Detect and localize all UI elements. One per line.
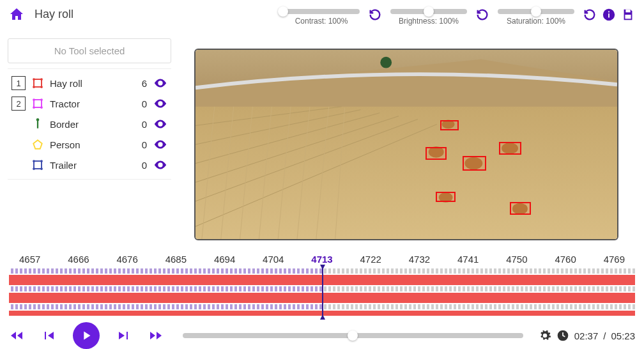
page-title: Hay roll [34,8,73,21]
gear-icon[interactable] [539,329,551,342]
frame-tick[interactable]: 4657 [19,254,40,265]
frame-tick[interactable]: 4750 [506,254,527,265]
svg-point-11 [33,98,35,101]
frame-tick[interactable]: 4694 [214,254,235,265]
svg-point-7 [40,78,43,81]
class-row[interactable]: Border0 [8,114,171,134]
frame-tick[interactable]: 4713 [311,254,332,265]
visibility-icon[interactable] [153,117,167,131]
class-name: Trailer [50,160,125,171]
class-list: 1Hay roll62Tractor0Border0Person0Trailer… [8,68,171,180]
top-bar: Hay roll Contrast: 100% Brightness: 100%… [0,0,644,31]
class-hotkey: 1 [12,76,26,90]
home-icon[interactable] [9,6,24,22]
info-icon[interactable] [602,8,616,22]
annotation-box[interactable] [510,202,531,215]
rewind-button[interactable] [9,328,24,343]
saturation-label: Saturation: 100% [507,17,565,26]
reset-saturation-icon[interactable] [583,8,597,22]
svg-rect-25 [195,107,617,239]
no-tool-selected: No Tool selected [8,38,171,63]
class-hotkey [12,117,26,131]
class-count: 0 [132,119,147,130]
annotation-box[interactable] [499,142,521,155]
svg-rect-3 [625,10,630,13]
field-image [195,50,617,239]
reset-contrast-icon[interactable] [368,8,382,22]
class-row[interactable]: Trailer0 [8,155,171,175]
canvas-wrap [179,31,644,249]
class-name: Border [50,119,125,130]
svg-rect-4 [625,15,631,19]
rect-icon [32,98,43,109]
current-time: 02:37 [574,330,599,341]
app-root: Hay roll Contrast: 100% Brightness: 100%… [0,0,644,349]
total-time: 05:23 [611,330,635,341]
visibility-icon[interactable] [153,97,167,111]
annotation-box[interactable] [463,156,486,171]
annotation-box[interactable] [436,192,456,202]
class-row[interactable]: Person0 [8,134,171,155]
annotation-box[interactable] [425,147,447,160]
frame-tick[interactable]: 4769 [604,254,625,265]
visibility-icon[interactable] [153,76,167,90]
contrast-slider[interactable]: Contrast: 100% [280,6,363,26]
sidebar: No Tool selected 1Hay roll62Tractor0Bord… [0,31,179,249]
class-row[interactable]: 2Tractor0 [8,93,171,114]
class-name: Person [50,139,125,150]
top-right: Contrast: 100% Brightness: 100% Saturati… [280,6,635,26]
frame-tick[interactable]: 4676 [116,254,137,265]
next-frame-button[interactable] [116,328,132,343]
fast-forward-button[interactable] [148,328,164,343]
svg-rect-10 [34,100,42,107]
class-count: 0 [132,160,147,171]
class-count: 6 [132,78,147,89]
frame-tick[interactable]: 4741 [457,254,479,265]
progress-thumb[interactable] [348,330,358,341]
saturation-thumb[interactable] [531,6,541,17]
frame-tick[interactable]: 4760 [555,254,576,265]
reset-brightness-icon[interactable] [475,8,489,22]
svg-marker-17 [33,140,42,149]
svg-point-20 [40,160,43,162]
svg-point-19 [33,160,35,162]
visibility-icon[interactable] [153,158,167,172]
class-hotkey [12,158,26,172]
svg-point-16 [36,118,40,121]
brightness-thumb[interactable] [424,6,434,17]
brightness-label: Brightness: 100% [399,17,459,26]
prev-frame-button[interactable] [41,328,56,343]
class-row[interactable]: 1Hay roll6 [8,73,171,93]
tracks[interactable] [9,268,635,316]
clock-icon[interactable] [556,329,569,342]
frame-tick[interactable]: 4732 [409,254,430,265]
svg-point-6 [33,78,35,81]
svg-point-24 [380,57,392,68]
save-icon[interactable] [621,8,635,22]
contrast-label: Contrast: 100% [295,17,348,26]
video-canvas[interactable] [194,49,618,240]
svg-rect-2 [608,12,610,13]
frame-tick[interactable]: 4666 [68,254,89,265]
progress-bar[interactable] [183,333,523,338]
transport-buttons [9,322,164,349]
svg-point-22 [40,167,43,170]
frame-tick[interactable]: 4722 [360,254,381,265]
annotation-box[interactable] [440,120,459,130]
svg-point-14 [40,106,43,109]
contrast-thumb[interactable] [278,6,288,17]
main-area: No Tool selected 1Hay roll62Tractor0Bord… [0,31,644,249]
timeline: 4657466646764685469447044713472247324741… [0,249,644,316]
frame-tick[interactable]: 4704 [263,254,284,265]
visibility-icon[interactable] [153,137,167,151]
saturation-slider[interactable]: Saturation: 100% [494,6,578,26]
svg-point-13 [33,106,35,109]
svg-rect-18 [34,161,42,169]
class-hotkey [12,137,26,151]
svg-point-21 [33,167,35,170]
play-button[interactable] [73,322,100,349]
playhead[interactable] [322,268,323,316]
brightness-slider[interactable]: Brightness: 100% [387,6,470,26]
frame-tick[interactable]: 4685 [165,254,187,265]
class-hotkey: 2 [12,97,26,111]
